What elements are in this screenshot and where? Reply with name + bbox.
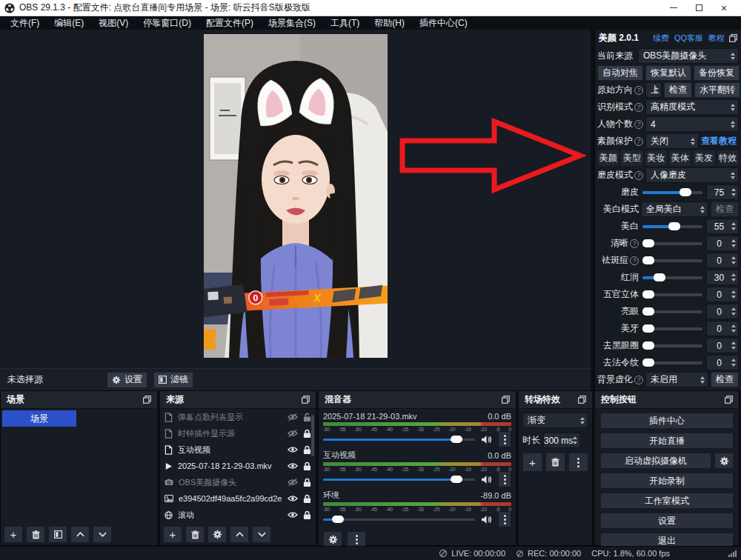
current-source-select[interactable]: OBS美颜摄像头: [638, 48, 739, 64]
menu-item[interactable]: 插件中心(C): [412, 17, 475, 30]
whiten-check-button[interactable]: 检查: [711, 201, 739, 217]
bg-blur-select[interactable]: 未启用: [645, 372, 708, 387]
lock-icon[interactable]: [303, 510, 311, 520]
mixer-options-button[interactable]: [498, 471, 511, 487]
slider-value-spinbox[interactable]: 0: [706, 236, 739, 251]
whiten-slider[interactable]: [642, 225, 702, 228]
video-preview[interactable]: 0 X: [204, 34, 388, 358]
source-filters-button[interactable]: 滤镜: [153, 372, 193, 388]
slider-value-spinbox[interactable]: 75: [706, 184, 739, 200]
slider-value-spinbox[interactable]: 0: [706, 304, 739, 319]
speaker-icon[interactable]: [481, 435, 492, 444]
beauty-tab[interactable]: 美颜: [597, 150, 619, 166]
help-icon[interactable]: ?: [634, 137, 643, 146]
move-scene-up-button[interactable]: [70, 526, 90, 543]
close-button[interactable]: ×: [711, 1, 737, 16]
recognition-mode-select[interactable]: 高精度模式: [645, 99, 739, 115]
source-row[interactable]: OBS美颜摄像头: [160, 474, 316, 490]
popout-icon[interactable]: [302, 396, 310, 404]
remove-transition-button[interactable]: [545, 453, 565, 472]
slider-value-spinbox[interactable]: 0: [706, 338, 739, 353]
backup-restore-button[interactable]: 备份恢复: [694, 65, 740, 81]
autofocus-button[interactable]: 自动对焦: [597, 65, 643, 81]
teeth-slider[interactable]: [642, 327, 702, 330]
renew-link[interactable]: 续费: [653, 33, 669, 44]
eye-icon[interactable]: [288, 461, 298, 470]
maximize-button[interactable]: [686, 1, 711, 16]
source-row[interactable]: 2025-07-18 21-29-03.mkv: [160, 458, 316, 474]
studio-mode-button[interactable]: 工作室模式: [600, 493, 734, 509]
move-source-up-button[interactable]: [230, 526, 249, 543]
lock-icon[interactable]: [303, 461, 311, 471]
eye-off-icon[interactable]: [288, 429, 298, 438]
move-scene-down-button[interactable]: [93, 526, 112, 543]
restore-default-button[interactable]: 恢复默认: [645, 65, 691, 81]
menu-item[interactable]: 配置文件(P): [199, 17, 261, 30]
eye-off-icon[interactable]: [288, 413, 298, 421]
orientation-check-button[interactable]: 检查: [664, 82, 692, 98]
transition-properties-button[interactable]: [568, 453, 588, 472]
add-source-button[interactable]: +: [163, 526, 182, 543]
slider-value-spinbox[interactable]: 0: [706, 321, 739, 336]
bg-blur-check-button[interactable]: 检查: [711, 372, 739, 387]
smooth-slider[interactable]: [642, 191, 702, 194]
menu-item[interactable]: 视图(V): [91, 17, 136, 30]
sources-scrollbar[interactable]: [311, 415, 314, 456]
source-row[interactable]: 滚动: [160, 507, 316, 523]
move-source-down-button[interactable]: [252, 526, 271, 543]
help-icon[interactable]: ?: [630, 256, 639, 265]
popout-icon[interactable]: [578, 396, 586, 404]
volume-slider[interactable]: [323, 479, 475, 481]
clarity-slider[interactable]: [642, 242, 702, 245]
menu-item[interactable]: 工具(T): [323, 17, 367, 30]
preview-area[interactable]: 0 X: [0, 30, 591, 368]
help-icon[interactable]: ?: [634, 171, 643, 180]
menu-item[interactable]: 场景集合(S): [261, 17, 323, 30]
bareface-protect-select[interactable]: 关闭: [645, 133, 699, 149]
lock-icon[interactable]: [303, 429, 311, 439]
eye-off-icon[interactable]: [288, 478, 298, 487]
rosy-slider[interactable]: [642, 276, 702, 279]
beauty-tab[interactable]: 美妆: [645, 150, 667, 166]
start-virtual-camera-button[interactable]: 启动虚拟摄像机: [600, 453, 711, 469]
orientation-select[interactable]: 上: [645, 82, 662, 98]
beauty-tab[interactable]: 美发: [693, 150, 714, 166]
lock-icon[interactable]: [303, 445, 311, 455]
slider-value-spinbox[interactable]: 55: [706, 219, 739, 234]
slider-value-spinbox[interactable]: 0: [706, 355, 739, 370]
source-settings-button[interactable]: 设置: [107, 372, 147, 388]
virtual-camera-settings-button[interactable]: [714, 453, 734, 469]
slider-value-spinbox[interactable]: 0: [706, 253, 739, 268]
scene-filters-button[interactable]: [48, 526, 67, 543]
beauty-tab[interactable]: 美体: [669, 150, 691, 166]
popout-icon[interactable]: [725, 396, 733, 404]
popout-icon[interactable]: [729, 34, 737, 42]
beauty-tab[interactable]: 特效: [717, 150, 739, 166]
face-3d-slider[interactable]: [642, 293, 702, 296]
qq-support-link[interactable]: QQ客服: [674, 33, 703, 44]
source-row[interactable]: e394502df49aa5fc2a99cd2e7c: [160, 490, 316, 507]
source-properties-button[interactable]: [207, 526, 227, 543]
menu-item[interactable]: 文件(F): [3, 17, 47, 30]
person-count-spinbox[interactable]: 4: [645, 116, 739, 132]
unlock-icon[interactable]: [303, 413, 311, 422]
add-transition-button[interactable]: +: [522, 453, 542, 472]
help-icon[interactable]: ?: [634, 120, 643, 129]
help-icon[interactable]: ?: [634, 103, 643, 112]
blemish-slider[interactable]: [642, 259, 702, 262]
slider-value-spinbox[interactable]: 0: [706, 287, 739, 302]
menu-item[interactable]: 停靠窗口(D): [136, 17, 199, 30]
source-row[interactable]: 弹幕点歌列表显示: [160, 409, 316, 425]
mixer-options-button[interactable]: [498, 431, 511, 447]
help-icon[interactable]: ?: [634, 376, 643, 384]
plugin-center-button[interactable]: 插件中心: [600, 413, 734, 429]
eye-icon[interactable]: [288, 445, 298, 454]
hflip-button[interactable]: 水平翻转: [694, 82, 740, 98]
volume-slider[interactable]: [323, 519, 475, 521]
settings-button[interactable]: 设置: [600, 513, 734, 529]
source-row[interactable]: 互动视频: [160, 441, 316, 458]
slider-value-spinbox[interactable]: 30: [706, 270, 739, 285]
speaker-icon[interactable]: [481, 515, 492, 524]
popout-icon[interactable]: [502, 396, 510, 404]
beauty-tab[interactable]: 美型: [621, 150, 642, 166]
